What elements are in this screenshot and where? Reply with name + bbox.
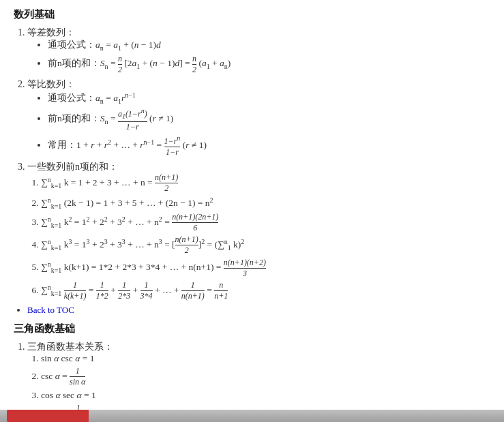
back-to-toc-link[interactable]: Back to TOC <box>27 305 74 315</box>
formula-text: csc α = 1sin α <box>41 371 85 381</box>
list-item: cos α sec α = 1 <box>41 390 490 401</box>
formula-text: 前n项的和：Sn = a1(1−rn)1−r (r ≠ 1) <box>48 113 173 123</box>
list-item: ∑nk=1 (2k − 1) = 1 + 3 + 5 + … + (2n − 1… <box>41 196 490 210</box>
item-label: 等比数列： <box>27 79 75 89</box>
list-item: 一些数列前n项的和： ∑nk=1 k = 1 + 2 + 3 + … + n =… <box>27 161 490 301</box>
list-item: ∑nk=1 k(k+1) = 1*2 + 2*3 + 3*4 + … + n(n… <box>41 258 490 278</box>
formula-text: cos α sec α = 1 <box>41 390 96 400</box>
formula-text: ∑nk=1 k3 = 13 + 23 + 33 + … + n3 = [n(n+… <box>41 239 244 250</box>
trig-section: 三角函数基础 三角函数基本关系： sin α csc α = 1 csc α =… <box>14 322 490 422</box>
bottom-bar <box>0 410 504 422</box>
list-item: 等差数列： 通项公式：an = a1 + (n − 1)d 前n项的和：Sn =… <box>27 27 490 74</box>
bottom-bar-red <box>7 410 89 422</box>
formula-text: ∑nk=1 k = 1 + 2 + 3 + … + n = n(n+1)2 <box>41 177 178 187</box>
list-item: 通项公式：an = a1 + (n − 1)d <box>48 39 490 52</box>
formula-text: ∑nk=1 1k(k+1) = 11*2 + 12*3 + 13*4 + … +… <box>41 285 228 295</box>
formula-text: 前n项的和：Sn = n2 [2a1 + (n − 1)d] = n2 (a1 … <box>48 58 231 68</box>
item-label: 三角函数基本关系： <box>27 342 113 352</box>
back-to-toc-list: Back to TOC <box>27 305 490 316</box>
list-item: 等比数列： 通项公式：an = a1rn−1 前n项的和：Sn = a1(1−r… <box>27 78 490 157</box>
list-item: ∑nk=1 k3 = 13 + 23 + 33 + … + n3 = [n(n+… <box>41 235 490 255</box>
arithmetic-bullets: 通项公式：an = a1 + (n − 1)d 前n项的和：Sn = n2 [2… <box>48 39 490 74</box>
formula-text: 通项公式：an = a1rn−1 <box>48 93 136 103</box>
formula-text: sin α csc α = 1 <box>41 353 94 363</box>
geometric-bullets: 通项公式：an = a1rn−1 前n项的和：Sn = a1(1−rn)1−r … <box>48 91 490 157</box>
list-item: ∑nk=1 k = 1 + 2 + 3 + … + n = n(n+1)2 <box>41 173 490 193</box>
list-item: ∑nk=1 1k(k+1) = 11*2 + 12*3 + 13*4 + … +… <box>41 281 490 301</box>
list-item: ∑nk=1 k2 = 12 + 22 + 32 + … + n2 = n(n+1… <box>41 213 490 232</box>
item-label: 一些数列前n项的和： <box>27 162 118 172</box>
sequences-list: 等差数列： 通项公式：an = a1 + (n − 1)d 前n项的和：Sn =… <box>27 27 490 301</box>
sequences-section: 数列基础 等差数列： 通项公式：an = a1 + (n − 1)d 前n项的和… <box>14 8 490 316</box>
page-container: 数列基础 等差数列： 通项公式：an = a1 + (n − 1)d 前n项的和… <box>0 0 504 422</box>
formula-text: ∑nk=1 k(k+1) = 1*2 + 2*3 + 3*4 + … + n(n… <box>41 262 266 272</box>
list-item: csc α = 1sin α <box>41 367 490 387</box>
item-label: 等差数列： <box>27 27 75 37</box>
formula-text: ∑nk=1 (2k − 1) = 1 + 3 + 5 + … + (2n − 1… <box>41 198 213 208</box>
list-item: 前n项的和：Sn = a1(1−rn)1−r (r ≠ 1) <box>48 107 490 132</box>
list-item: 通项公式：an = a1rn−1 <box>48 91 490 104</box>
list-item: 前n项的和：Sn = n2 [2a1 + (n − 1)d] = n2 (a1 … <box>48 55 490 74</box>
formula-text: 通项公式：an = a1 + (n − 1)d <box>48 40 161 50</box>
list-item: 常用：1 + r + r2 + … + rn−1 = 1−rn1−r (r ≠ … <box>48 134 490 157</box>
trig-title: 三角函数基础 <box>14 322 490 335</box>
formula-text: 常用：1 + r + r2 + … + rn−1 = 1−rn1−r (r ≠ … <box>48 140 207 150</box>
summation-sublist: ∑nk=1 k = 1 + 2 + 3 + … + n = n(n+1)2 ∑n… <box>41 173 490 301</box>
sequences-title: 数列基础 <box>14 8 490 21</box>
formula-text: ∑nk=1 k2 = 12 + 22 + 32 + … + n2 = n(n+1… <box>41 217 218 227</box>
list-item: sin α csc α = 1 <box>41 353 490 364</box>
back-to-toc-item: Back to TOC <box>27 305 490 316</box>
